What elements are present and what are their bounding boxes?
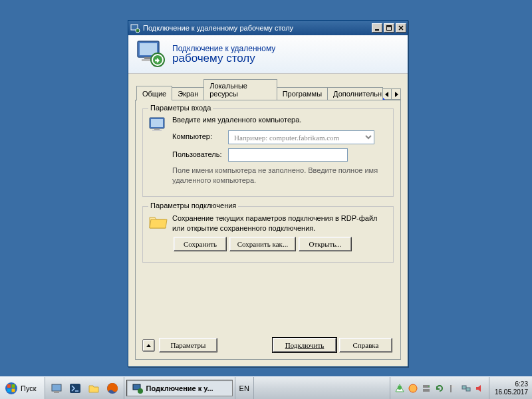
monitor-icon [135, 39, 166, 70]
tray-updates-icon[interactable] [408, 383, 418, 394]
tab-local-resources[interactable]: Локальные ресурсы [203, 79, 277, 100]
svg-point-30 [428, 386, 430, 387]
login-instruction: Введите имя удаленного компьютера. [172, 116, 388, 124]
svg-point-15 [5, 382, 17, 394]
tab-advanced[interactable]: Дополнительн [327, 87, 383, 100]
svg-rect-18 [7, 388, 11, 392]
quick-launch [45, 377, 124, 399]
svg-rect-32 [462, 386, 466, 389]
computer-input[interactable]: Например: computer.fabrikam.com [228, 130, 374, 144]
tray-refresh-icon[interactable] [434, 383, 445, 394]
minimize-button[interactable] [372, 23, 382, 33]
login-group-title: Параметры входа [148, 104, 213, 112]
svg-rect-13 [154, 128, 160, 130]
start-orb-icon [5, 382, 17, 394]
svg-rect-20 [52, 384, 61, 391]
computer-label: Компьютер: [172, 130, 228, 140]
tab-programs[interactable]: Программы [277, 87, 328, 100]
connection-group: Параметры подключения Сохранение текущих… [142, 206, 394, 263]
clock[interactable]: 6:23 16.05.2017 [489, 377, 532, 399]
clock-time: 6:23 [515, 380, 528, 388]
ql-explorer-icon[interactable] [86, 381, 101, 396]
svg-point-25 [138, 388, 143, 394]
ql-powershell-icon[interactable] [68, 381, 82, 396]
dialog-header: Подключение к удаленному рабочему столу [128, 35, 408, 74]
save-as-button[interactable]: Сохранить как... [229, 237, 296, 251]
conn-group-title: Параметры подключения [148, 201, 238, 209]
taskbar-task-rdc[interactable]: Подключение к у... [126, 380, 233, 396]
tab-strip: Общие Экран Локальные ресурсы Программы … [136, 79, 401, 100]
svg-rect-33 [466, 388, 470, 391]
header-line2: рабочему столу [172, 52, 275, 65]
system-tray [390, 377, 489, 399]
svg-point-26 [398, 386, 402, 390]
window-title: Подключение к удаленному рабочему столу [143, 24, 370, 32]
tab-scroll-right[interactable] [391, 88, 401, 100]
connect-button[interactable]: Подключить [273, 338, 336, 352]
user-input[interactable] [228, 148, 348, 162]
computer-small-icon [148, 116, 172, 137]
tray-action-center-icon[interactable] [394, 383, 405, 394]
tray-network-server-icon[interactable] [421, 383, 432, 394]
start-label: Пуск [21, 384, 37, 392]
rdc-window: Подключение к удаленному рабочему столу … [128, 20, 408, 367]
ql-firefox-icon[interactable] [105, 381, 120, 396]
svg-rect-19 [12, 388, 15, 392]
task-rdc-icon [132, 383, 143, 394]
options-button[interactable]: Параметры [159, 338, 217, 352]
svg-rect-14 [152, 130, 162, 131]
titlebar[interactable]: Подключение к удаленному рабочему столу [128, 21, 408, 35]
tab-panel-general: Параметры входа Введите имя удаленного к… [135, 100, 401, 360]
login-group: Параметры входа Введите имя удаленного к… [142, 108, 394, 197]
login-warning: Поле имени компьютера не заполнено. Введ… [172, 166, 388, 186]
svg-rect-12 [151, 119, 163, 127]
task-rdc-label: Подключение к у... [146, 384, 213, 392]
svg-point-27 [409, 384, 417, 392]
svg-rect-16 [7, 384, 11, 388]
taskbar: Пуск Подключение к у... EN 6:23 16.05.20… [0, 376, 532, 399]
clock-date: 16.05.2017 [495, 388, 528, 396]
collapse-options-icon[interactable] [142, 339, 155, 352]
save-button[interactable]: Сохранить [174, 237, 227, 251]
maximize-button[interactable] [384, 23, 394, 33]
svg-rect-31 [450, 385, 452, 392]
app-icon [130, 23, 140, 33]
ql-server-manager-icon[interactable] [49, 381, 64, 396]
svg-point-1 [136, 29, 140, 33]
close-button[interactable] [396, 23, 406, 33]
svg-rect-21 [54, 391, 59, 393]
svg-rect-2 [375, 29, 379, 31]
language-indicator[interactable]: EN [235, 377, 254, 399]
tray-network-icon[interactable] [461, 383, 471, 394]
user-label: Пользователь: [172, 148, 228, 158]
tray-flag-icon[interactable] [448, 383, 458, 394]
svg-rect-29 [423, 389, 430, 392]
svg-rect-4 [387, 26, 392, 27]
tray-sound-icon[interactable] [474, 383, 485, 394]
folder-icon [148, 213, 172, 232]
start-button[interactable]: Пуск [0, 377, 45, 399]
conn-instruction: Сохранение текущих параметров подключени… [172, 213, 388, 233]
tab-display[interactable]: Экран [172, 87, 204, 100]
open-button[interactable]: Открыть... [299, 237, 352, 251]
help-button[interactable]: Справка [339, 338, 392, 352]
svg-rect-17 [12, 384, 15, 388]
tab-general[interactable]: Общие [136, 86, 172, 100]
tab-scroll-left[interactable] [382, 88, 392, 100]
